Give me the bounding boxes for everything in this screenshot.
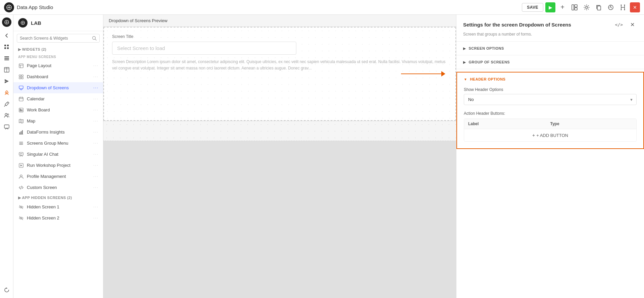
svg-line-60 bbox=[21, 186, 22, 189]
svg-rect-34 bbox=[19, 75, 21, 77]
gear-icon-button[interactable] bbox=[582, 2, 592, 12]
add-button-btn[interactable]: + + ADD BUTTON bbox=[464, 129, 636, 141]
topbar-title: Data App Studio bbox=[17, 4, 53, 10]
accordion-group-of-screens-header[interactable]: ▶ GROUP OF SCREENS bbox=[456, 55, 644, 69]
dropdown-screens-more[interactable]: ⋯ bbox=[93, 85, 98, 91]
preview-header: Dropdown of Screens Preview bbox=[103, 15, 456, 27]
nav-list-button[interactable] bbox=[1, 53, 12, 64]
screens-group-menu-icon bbox=[18, 140, 24, 146]
svg-rect-50 bbox=[21, 131, 22, 134]
sidebar-item-screens-group-menu[interactable]: Screens Group Menu ⋯ bbox=[13, 138, 103, 149]
sidebar-item-dropdown-of-screens[interactable]: Dropdown of Screens ⋯ bbox=[13, 82, 103, 93]
nav-logo[interactable] bbox=[2, 17, 11, 27]
layout-icon-button[interactable] bbox=[569, 2, 580, 12]
accordion-screen-options-header[interactable]: ▶ SCREEN OPTIONS bbox=[456, 42, 644, 55]
svg-rect-37 bbox=[21, 77, 23, 79]
insights-icon bbox=[18, 129, 24, 135]
add-button-icon: + bbox=[532, 133, 535, 138]
arrow-head bbox=[441, 71, 445, 77]
topbar-logo-icon bbox=[6, 5, 12, 10]
run-workshop-more[interactable]: ⋯ bbox=[93, 162, 98, 168]
arrow-line bbox=[401, 73, 441, 74]
save-button[interactable]: SAVE bbox=[522, 3, 543, 12]
svg-rect-55 bbox=[19, 152, 23, 155]
map-more[interactable]: ⋯ bbox=[93, 118, 98, 124]
run-button[interactable]: ▶ bbox=[545, 2, 555, 12]
widgets-toggle-label: ▶ WIDGETS (2) bbox=[18, 47, 46, 52]
code-merge-icon-button[interactable] bbox=[618, 2, 628, 12]
settings-close-button[interactable]: ✕ bbox=[628, 20, 637, 29]
hidden-screen-2-more[interactable]: ⋯ bbox=[93, 215, 98, 221]
header-options-chevron: ▼ bbox=[464, 78, 467, 81]
sidebar-item-dataforms-insights[interactable]: DataForms Insights ⋯ bbox=[13, 127, 103, 138]
svg-rect-27 bbox=[4, 125, 9, 128]
settings-code-button[interactable]: </> bbox=[612, 20, 626, 29]
svg-rect-5 bbox=[597, 6, 601, 10]
work-board-label: Work Board bbox=[27, 107, 90, 112]
svg-rect-18 bbox=[4, 59, 9, 60]
run-workshop-icon bbox=[18, 162, 24, 168]
widgets-toggle[interactable]: ▶ WIDGETS (2) bbox=[18, 47, 98, 52]
copy-icon-button[interactable] bbox=[594, 2, 604, 12]
apps-icon bbox=[4, 44, 9, 50]
screens-group-menu-more[interactable]: ⋯ bbox=[93, 140, 98, 146]
nav-back-button[interactable] bbox=[1, 30, 12, 41]
nav-refresh-button[interactable] bbox=[1, 285, 12, 295]
table-header-row: Label Type bbox=[464, 119, 636, 129]
nav-tools-button[interactable] bbox=[1, 99, 12, 109]
svg-point-26 bbox=[7, 114, 9, 115]
svg-rect-12 bbox=[4, 45, 6, 46]
preview-bottom bbox=[103, 141, 456, 298]
search-input[interactable] bbox=[20, 36, 90, 41]
profile-more[interactable]: ⋯ bbox=[93, 173, 98, 180]
dataforms-more[interactable]: ⋯ bbox=[93, 129, 98, 135]
work-board-more[interactable]: ⋯ bbox=[93, 107, 98, 113]
calendar-more[interactable]: ⋯ bbox=[93, 96, 98, 102]
nav-table-button[interactable] bbox=[1, 64, 12, 75]
sidebar-item-singular-ai-chat[interactable]: Singular AI Chat ⋯ bbox=[13, 149, 103, 160]
svg-rect-43 bbox=[19, 108, 23, 112]
profile-management-label: Profile Management bbox=[27, 174, 90, 179]
group-of-screens-label: GROUP OF SCREENS bbox=[469, 60, 510, 64]
singular-ai-chat-more[interactable]: ⋯ bbox=[93, 151, 98, 157]
select-screen-input[interactable]: Select Screen to load bbox=[112, 42, 296, 55]
nav-send-button[interactable] bbox=[1, 76, 12, 87]
sidebar-item-dashboard[interactable]: Dashboard ⋯ bbox=[13, 71, 103, 82]
sidebar-search-box[interactable] bbox=[17, 34, 100, 43]
accordion-header-options: ▼ HEADER OPTIONS Show Header Options No … bbox=[456, 72, 644, 149]
sidebar-item-custom-screen[interactable]: Custom Screen ⋯ bbox=[13, 182, 103, 193]
custom-screen-more[interactable]: ⋯ bbox=[93, 184, 98, 191]
hidden-screen-1-more[interactable]: ⋯ bbox=[93, 204, 98, 210]
dashboard-more[interactable]: ⋯ bbox=[93, 73, 98, 80]
sidebar-item-hidden-screen-2[interactable]: Hidden Screen 2 ⋯ bbox=[13, 212, 103, 224]
svg-rect-36 bbox=[19, 77, 21, 79]
sidebar-item-work-board[interactable]: Work Board ⋯ bbox=[13, 104, 103, 115]
table-col-label-header: Label bbox=[468, 121, 550, 126]
add-button[interactable]: + bbox=[557, 2, 567, 12]
svg-point-59 bbox=[20, 175, 22, 177]
table-col-type-header: Type bbox=[550, 121, 633, 126]
settings-panel-subtitle: Screen that groups a number of forms. bbox=[456, 32, 644, 42]
sidebar-item-hidden-screen-1[interactable]: Hidden Screen 1 ⋯ bbox=[13, 201, 103, 212]
svg-rect-44 bbox=[20, 109, 21, 111]
svg-rect-1 bbox=[572, 5, 574, 10]
nav-users-button[interactable] bbox=[1, 110, 12, 121]
action-header-label: Action Header Buttons: bbox=[464, 111, 637, 116]
page-layout-more[interactable]: ⋯ bbox=[93, 62, 98, 69]
svg-rect-45 bbox=[21, 109, 22, 111]
nav-apps-button[interactable] bbox=[1, 42, 12, 52]
layout-icon bbox=[572, 4, 578, 10]
nav-comment-button[interactable] bbox=[1, 121, 12, 132]
accordion-header-options-header[interactable]: ▼ HEADER OPTIONS bbox=[457, 72, 643, 86]
calendar-icon bbox=[18, 96, 24, 102]
nav-rocket-button[interactable] bbox=[1, 87, 12, 98]
topbar-actions: SAVE ▶ + ✕ bbox=[522, 2, 640, 12]
sidebar-item-map[interactable]: Map ⋯ bbox=[13, 115, 103, 127]
close-red-button[interactable]: ✕ bbox=[630, 2, 640, 12]
sidebar-item-run-workshop-project[interactable]: Run Workshop Project ⋯ bbox=[13, 160, 103, 171]
sidebar-item-profile-management[interactable]: Profile Management ⋯ bbox=[13, 171, 103, 182]
history-icon-button[interactable] bbox=[606, 2, 616, 12]
show-header-select[interactable]: No Yes bbox=[464, 94, 637, 105]
sidebar-item-calendar[interactable]: Calendar ⋯ bbox=[13, 93, 103, 104]
sidebar-item-page-layout[interactable]: Page Layout ⋯ bbox=[13, 60, 103, 71]
